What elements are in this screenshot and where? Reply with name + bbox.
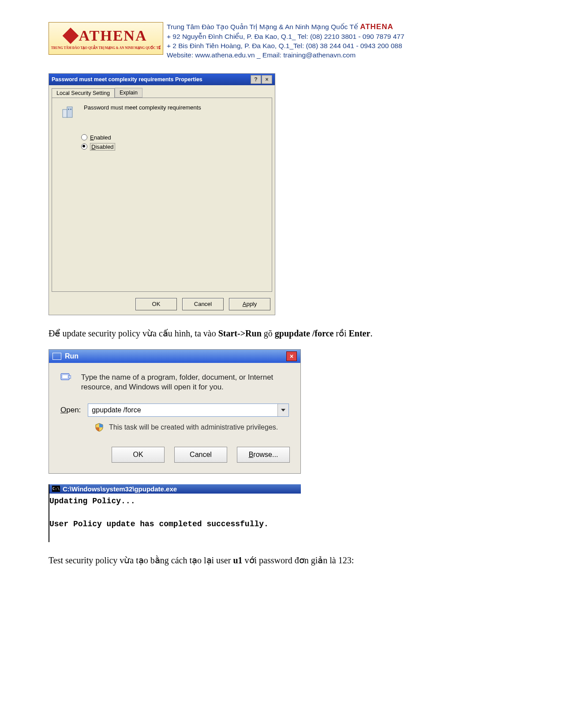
svg-rect-1 bbox=[67, 107, 72, 117]
combo-dropdown-button[interactable] bbox=[277, 404, 288, 416]
tab-explain[interactable]: Explain bbox=[115, 88, 142, 98]
svg-rect-0 bbox=[63, 109, 67, 117]
run-browse-button[interactable]: Browse... bbox=[237, 447, 290, 463]
paragraph-2: Test security policy vừa tạo bằng cách t… bbox=[49, 554, 513, 566]
svg-rect-5 bbox=[62, 375, 68, 379]
run-title-text: Run bbox=[65, 352, 79, 360]
radio-icon bbox=[81, 134, 87, 140]
ok-button[interactable]: OK bbox=[135, 298, 177, 310]
cmd-title-text: C:\Windows\system32\gpupdate.exe bbox=[63, 485, 177, 493]
hdr-line3: + 2 Bis Đinh Tiên Hoàng, P. Đa Kao, Q.1_… bbox=[167, 41, 405, 51]
properties-dialog: Password must meet complexity requiremen… bbox=[49, 73, 275, 315]
logo-subtitle: TRUNG TÂM ĐÀO TẠO QUẢN TRỊ MẠNG & AN NIN… bbox=[51, 46, 161, 50]
chevron-down-icon bbox=[281, 409, 285, 411]
cmd-line-1: Updating Policy... bbox=[49, 495, 299, 507]
hdr-line2: + 92 Nguyễn Đình Chiểu, P. Đa Kao, Q.1_ … bbox=[167, 32, 405, 41]
radio-icon-selected bbox=[81, 143, 87, 150]
run-title-icon bbox=[52, 353, 61, 360]
dialog-titlebar: Password must meet complexity requiremen… bbox=[49, 74, 275, 85]
run-icon bbox=[60, 373, 71, 387]
cmd-title-icon: C:\ bbox=[52, 486, 60, 492]
logo-block: ATHENA TRUNG TÂM ĐÀO TẠO QUẢN TRỊ MẠNG &… bbox=[49, 22, 163, 55]
open-input[interactable] bbox=[88, 404, 277, 416]
paragraph-1: Để update security policy vừa cấu hình, … bbox=[49, 328, 513, 339]
logo-name: ATHENA bbox=[79, 27, 147, 44]
admin-privileges-text: This task will be created with administr… bbox=[109, 423, 278, 431]
open-label: Open: bbox=[60, 406, 81, 415]
help-button[interactable]: ? bbox=[251, 75, 261, 84]
dialog-title: Password must meet complexity requiremen… bbox=[52, 76, 202, 83]
cmd-titlebar: C:\ C:\Windows\system32\gpupdate.exe bbox=[49, 484, 301, 494]
run-cancel-button[interactable]: Cancel bbox=[174, 447, 227, 463]
letterhead-text: Trung Tâm Đào Tạo Quản Trị Mạng & An Nin… bbox=[167, 22, 405, 60]
cmd-output: Updating Policy... User Policy update ha… bbox=[49, 494, 301, 542]
svg-rect-3 bbox=[70, 109, 71, 110]
apply-button[interactable]: Apply bbox=[229, 298, 270, 310]
run-ok-button[interactable]: OK bbox=[112, 447, 165, 463]
tab-local-security-setting[interactable]: Local Security Setting bbox=[52, 88, 115, 98]
radio-disabled[interactable]: Disabled bbox=[81, 143, 262, 151]
svg-rect-2 bbox=[68, 109, 69, 110]
logo-diamond-icon bbox=[62, 27, 79, 44]
open-combobox[interactable] bbox=[88, 404, 289, 417]
policy-text: Password must meet complexity requiremen… bbox=[84, 104, 201, 111]
shield-icon bbox=[95, 423, 104, 432]
cmd-window: C:\ C:\Windows\system32\gpupdate.exe Upd… bbox=[49, 484, 301, 542]
hdr-brand: ATHENA bbox=[360, 23, 393, 31]
close-button[interactable]: × bbox=[262, 75, 272, 84]
cmd-line-2: User Policy update has completed success… bbox=[49, 518, 299, 530]
hdr-line1: Trung Tâm Đào Tạo Quản Trị Mạng & An Nin… bbox=[167, 23, 360, 30]
run-close-button[interactable]: × bbox=[286, 351, 297, 361]
letterhead: ATHENA TRUNG TÂM ĐÀO TẠO QUẢN TRỊ MẠNG &… bbox=[49, 22, 513, 60]
hdr-line4: Website: www.athena.edu.vn _ Email: trai… bbox=[167, 51, 405, 60]
policy-icon bbox=[62, 104, 76, 118]
run-dialog: Run × Type the name of a program, folder… bbox=[49, 349, 301, 474]
cancel-button[interactable]: Cancel bbox=[182, 298, 224, 310]
run-description: Type the name of a program, folder, docu… bbox=[81, 373, 289, 392]
dialog-body: Password must meet complexity requiremen… bbox=[52, 98, 272, 292]
svg-marker-7 bbox=[281, 409, 285, 411]
run-titlebar: Run × bbox=[49, 350, 300, 363]
radio-enabled[interactable]: Enabled bbox=[81, 134, 262, 141]
